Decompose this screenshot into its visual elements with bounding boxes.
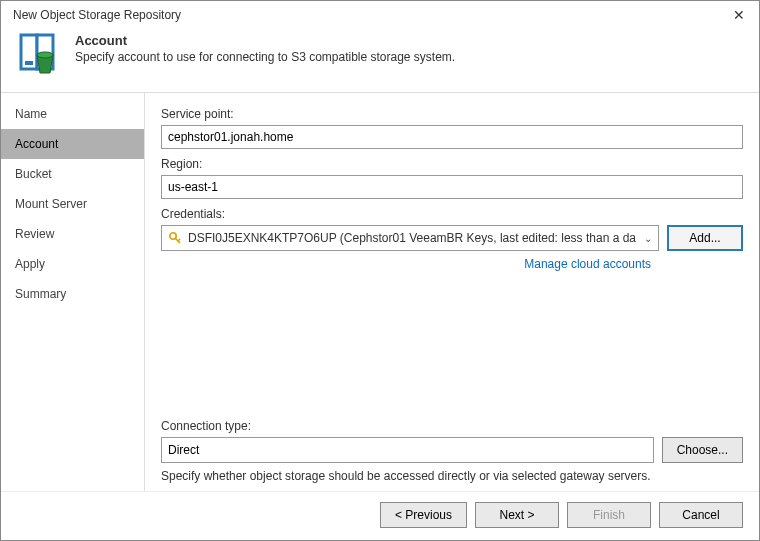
- connection-type-label: Connection type:: [161, 419, 743, 433]
- sidebar-item-apply[interactable]: Apply: [1, 249, 144, 279]
- next-button[interactable]: Next >: [475, 502, 559, 528]
- header-title: Account: [75, 33, 455, 48]
- header-text: Account Specify account to use for conne…: [75, 31, 455, 64]
- choose-connection-button[interactable]: Choose...: [662, 437, 743, 463]
- storage-bucket-icon: [17, 31, 61, 78]
- sidebar-item-account[interactable]: Account: [1, 129, 144, 159]
- manage-cloud-accounts-link[interactable]: Manage cloud accounts: [161, 257, 743, 271]
- main-panel: Service point: Region: Credentials: DSFI…: [145, 93, 759, 491]
- dialog-window: New Object Storage Repository ✕ Account …: [0, 0, 760, 541]
- add-credentials-button[interactable]: Add...: [667, 225, 743, 251]
- body: Name Account Bucket Mount Server Review …: [1, 92, 759, 491]
- footer: < Previous Next > Finish Cancel: [1, 491, 759, 540]
- region-input[interactable]: [161, 175, 743, 199]
- connection-hint: Specify whether object storage should be…: [161, 469, 743, 483]
- connection-type-input[interactable]: [161, 437, 654, 463]
- sidebar: Name Account Bucket Mount Server Review …: [1, 93, 145, 491]
- svg-line-7: [178, 239, 180, 241]
- key-icon: [168, 231, 182, 245]
- header-description: Specify account to use for connecting to…: [75, 50, 455, 64]
- finish-button: Finish: [567, 502, 651, 528]
- credentials-value: DSFI0J5EXNK4KTP7O6UP (Cephstor01 VeeamBR…: [188, 231, 636, 245]
- chevron-down-icon: ⌄: [644, 233, 652, 244]
- header: Account Specify account to use for conne…: [1, 25, 759, 92]
- service-point-input[interactable]: [161, 125, 743, 149]
- previous-button[interactable]: < Previous: [380, 502, 467, 528]
- svg-rect-2: [25, 61, 33, 65]
- service-point-label: Service point:: [161, 107, 743, 121]
- titlebar: New Object Storage Repository ✕: [1, 1, 759, 25]
- sidebar-item-mount-server[interactable]: Mount Server: [1, 189, 144, 219]
- credentials-label: Credentials:: [161, 207, 743, 221]
- credentials-dropdown[interactable]: DSFI0J5EXNK4KTP7O6UP (Cephstor01 VeeamBR…: [161, 225, 659, 251]
- sidebar-item-name[interactable]: Name: [1, 99, 144, 129]
- region-label: Region:: [161, 157, 743, 171]
- sidebar-item-summary[interactable]: Summary: [1, 279, 144, 309]
- window-title: New Object Storage Repository: [13, 8, 181, 22]
- svg-point-4: [37, 52, 53, 58]
- sidebar-item-bucket[interactable]: Bucket: [1, 159, 144, 189]
- sidebar-item-review[interactable]: Review: [1, 219, 144, 249]
- cancel-button[interactable]: Cancel: [659, 502, 743, 528]
- close-icon[interactable]: ✕: [729, 7, 749, 23]
